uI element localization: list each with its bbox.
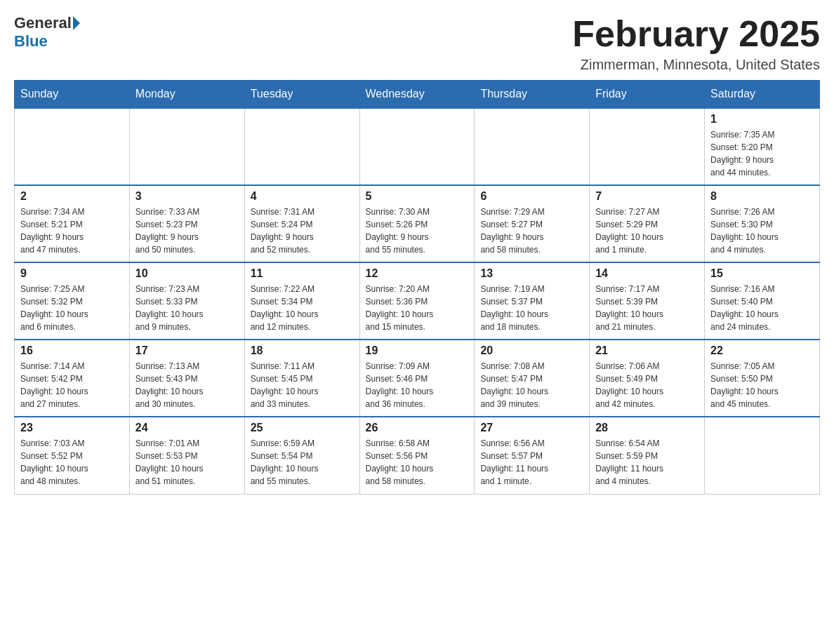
day-number: 23: [20, 422, 124, 434]
calendar-cell: [15, 108, 130, 185]
calendar-cell: 14Sunrise: 7:17 AM Sunset: 5:39 PM Dayli…: [590, 262, 705, 340]
day-info: Sunrise: 7:23 AM Sunset: 5:33 PM Dayligh…: [135, 283, 239, 333]
day-info: Sunrise: 7:27 AM Sunset: 5:29 PM Dayligh…: [595, 206, 699, 256]
day-number: 20: [480, 344, 583, 357]
calendar-cell: 10Sunrise: 7:23 AM Sunset: 5:33 PM Dayli…: [129, 262, 244, 340]
calendar-cell: [244, 108, 359, 185]
calendar-week-row: 2Sunrise: 7:34 AM Sunset: 5:21 PM Daylig…: [15, 185, 820, 262]
day-info: Sunrise: 6:56 AM Sunset: 5:57 PM Dayligh…: [480, 437, 583, 488]
day-number: 6: [480, 190, 583, 203]
day-info: Sunrise: 6:58 AM Sunset: 5:56 PM Dayligh…: [366, 437, 469, 488]
calendar-cell: 23Sunrise: 7:03 AM Sunset: 5:52 PM Dayli…: [15, 417, 130, 494]
calendar-cell: 16Sunrise: 7:14 AM Sunset: 5:42 PM Dayli…: [15, 340, 130, 417]
day-number: 1: [710, 113, 814, 126]
day-number: 12: [366, 267, 469, 280]
calendar-table: Sunday Monday Tuesday Wednesday Thursday…: [14, 80, 820, 495]
day-info: Sunrise: 6:54 AM Sunset: 5:59 PM Dayligh…: [595, 437, 699, 488]
calendar-header-row: Sunday Monday Tuesday Wednesday Thursday…: [15, 81, 820, 109]
calendar-week-row: 16Sunrise: 7:14 AM Sunset: 5:42 PM Dayli…: [15, 340, 820, 417]
calendar-week-row: 23Sunrise: 7:03 AM Sunset: 5:52 PM Dayli…: [15, 417, 820, 494]
day-number: 5: [366, 190, 469, 203]
day-number: 15: [710, 267, 814, 280]
day-info: Sunrise: 7:06 AM Sunset: 5:49 PM Dayligh…: [595, 360, 699, 410]
calendar-cell: 7Sunrise: 7:27 AM Sunset: 5:29 PM Daylig…: [590, 185, 705, 262]
day-number: 18: [251, 344, 354, 357]
day-info: Sunrise: 7:05 AM Sunset: 5:50 PM Dayligh…: [710, 360, 814, 410]
calendar-cell: 1Sunrise: 7:35 AM Sunset: 5:20 PM Daylig…: [705, 108, 820, 185]
day-info: Sunrise: 7:19 AM Sunset: 5:37 PM Dayligh…: [480, 283, 583, 333]
calendar-cell: 28Sunrise: 6:54 AM Sunset: 5:59 PM Dayli…: [590, 417, 705, 494]
calendar-cell: 3Sunrise: 7:33 AM Sunset: 5:23 PM Daylig…: [129, 185, 244, 262]
header-thursday: Thursday: [475, 81, 590, 109]
day-info: Sunrise: 7:16 AM Sunset: 5:40 PM Dayligh…: [710, 283, 814, 333]
calendar-cell: 5Sunrise: 7:30 AM Sunset: 5:26 PM Daylig…: [359, 185, 475, 262]
day-info: Sunrise: 7:33 AM Sunset: 5:23 PM Dayligh…: [135, 206, 239, 256]
calendar-cell: 15Sunrise: 7:16 AM Sunset: 5:40 PM Dayli…: [705, 262, 820, 340]
day-info: Sunrise: 7:30 AM Sunset: 5:26 PM Dayligh…: [366, 206, 469, 256]
location-text: Zimmerman, Minnesota, United States: [572, 57, 820, 73]
calendar-cell: 9Sunrise: 7:25 AM Sunset: 5:32 PM Daylig…: [15, 262, 130, 340]
day-number: 16: [20, 344, 124, 357]
calendar-cell: 22Sunrise: 7:05 AM Sunset: 5:50 PM Dayli…: [705, 340, 820, 417]
day-info: Sunrise: 7:31 AM Sunset: 5:24 PM Dayligh…: [251, 206, 354, 256]
day-info: Sunrise: 7:34 AM Sunset: 5:21 PM Dayligh…: [20, 206, 124, 256]
day-number: 4: [251, 190, 354, 203]
header-friday: Friday: [590, 81, 705, 109]
day-info: Sunrise: 7:09 AM Sunset: 5:46 PM Dayligh…: [366, 360, 469, 410]
day-number: 25: [251, 422, 354, 434]
day-info: Sunrise: 7:22 AM Sunset: 5:34 PM Dayligh…: [251, 283, 354, 333]
calendar-cell: [590, 108, 705, 185]
day-number: 21: [595, 344, 699, 357]
day-info: Sunrise: 7:26 AM Sunset: 5:30 PM Dayligh…: [710, 206, 814, 256]
page-header: General Blue February 2025 Zimmerman, Mi…: [14, 14, 820, 73]
header-tuesday: Tuesday: [244, 81, 359, 109]
calendar-cell: 17Sunrise: 7:13 AM Sunset: 5:43 PM Dayli…: [129, 340, 244, 417]
day-info: Sunrise: 7:29 AM Sunset: 5:27 PM Dayligh…: [480, 206, 583, 256]
day-info: Sunrise: 7:01 AM Sunset: 5:53 PM Dayligh…: [135, 437, 239, 488]
day-number: 8: [710, 190, 814, 203]
calendar-cell: [129, 108, 244, 185]
calendar-week-row: 1Sunrise: 7:35 AM Sunset: 5:20 PM Daylig…: [15, 108, 820, 185]
calendar-cell: [359, 108, 475, 185]
calendar-cell: [475, 108, 590, 185]
month-title: February 2025: [572, 14, 820, 54]
day-number: 28: [595, 422, 699, 434]
calendar-cell: 12Sunrise: 7:20 AM Sunset: 5:36 PM Dayli…: [359, 262, 475, 340]
calendar-cell: 25Sunrise: 6:59 AM Sunset: 5:54 PM Dayli…: [244, 417, 359, 494]
calendar-cell: 6Sunrise: 7:29 AM Sunset: 5:27 PM Daylig…: [475, 185, 590, 262]
day-number: 27: [480, 422, 583, 434]
calendar-cell: [705, 417, 820, 494]
calendar-cell: 8Sunrise: 7:26 AM Sunset: 5:30 PM Daylig…: [705, 185, 820, 262]
day-number: 17: [135, 344, 239, 357]
calendar-cell: 21Sunrise: 7:06 AM Sunset: 5:49 PM Dayli…: [590, 340, 705, 417]
day-number: 3: [135, 190, 239, 203]
calendar-cell: 11Sunrise: 7:22 AM Sunset: 5:34 PM Dayli…: [244, 262, 359, 340]
day-number: 26: [366, 422, 469, 434]
calendar-cell: 2Sunrise: 7:34 AM Sunset: 5:21 PM Daylig…: [15, 185, 130, 262]
day-info: Sunrise: 7:08 AM Sunset: 5:47 PM Dayligh…: [480, 360, 583, 410]
calendar-cell: 4Sunrise: 7:31 AM Sunset: 5:24 PM Daylig…: [244, 185, 359, 262]
day-info: Sunrise: 7:20 AM Sunset: 5:36 PM Dayligh…: [366, 283, 469, 333]
calendar-cell: 27Sunrise: 6:56 AM Sunset: 5:57 PM Dayli…: [475, 417, 590, 494]
calendar-week-row: 9Sunrise: 7:25 AM Sunset: 5:32 PM Daylig…: [15, 262, 820, 340]
day-number: 24: [135, 422, 239, 434]
calendar-cell: 19Sunrise: 7:09 AM Sunset: 5:46 PM Dayli…: [359, 340, 475, 417]
logo-blue-text: Blue: [14, 32, 48, 51]
day-number: 9: [20, 267, 124, 280]
header-sunday: Sunday: [15, 81, 130, 109]
logo-general-text: General: [14, 14, 72, 32]
day-number: 10: [135, 267, 239, 280]
day-number: 14: [595, 267, 699, 280]
day-info: Sunrise: 7:17 AM Sunset: 5:39 PM Dayligh…: [595, 283, 699, 333]
day-number: 11: [251, 267, 354, 280]
logo-arrow-icon: [73, 16, 80, 30]
title-block: February 2025 Zimmerman, Minnesota, Unit…: [572, 14, 820, 73]
calendar-cell: 26Sunrise: 6:58 AM Sunset: 5:56 PM Dayli…: [359, 417, 475, 494]
calendar-cell: 18Sunrise: 7:11 AM Sunset: 5:45 PM Dayli…: [244, 340, 359, 417]
day-info: Sunrise: 7:35 AM Sunset: 5:20 PM Dayligh…: [710, 128, 814, 179]
day-info: Sunrise: 7:11 AM Sunset: 5:45 PM Dayligh…: [251, 360, 354, 410]
calendar-cell: 24Sunrise: 7:01 AM Sunset: 5:53 PM Dayli…: [129, 417, 244, 494]
header-wednesday: Wednesday: [359, 81, 475, 109]
day-info: Sunrise: 7:25 AM Sunset: 5:32 PM Dayligh…: [20, 283, 124, 333]
header-saturday: Saturday: [705, 81, 820, 109]
